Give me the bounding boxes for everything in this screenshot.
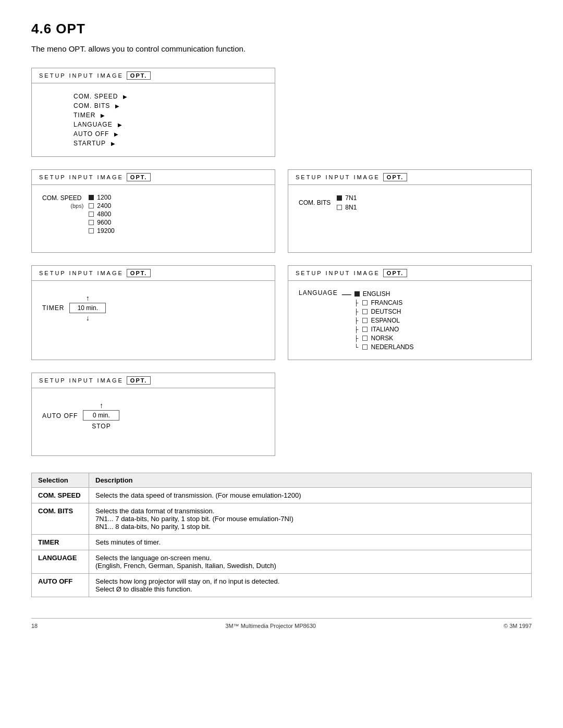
language-box: SETUP INPUT IMAGE OPT. LANGUAGE — ENGLIS…: [288, 265, 532, 360]
checkbox-empty-icon: [89, 228, 94, 233]
com-bits-label: COM. BITS: [299, 199, 331, 206]
menu-item-label: TIMER: [74, 112, 95, 119]
checkbox-empty-icon: [362, 344, 368, 350]
menu-item-label: COM. SPEED: [74, 93, 118, 100]
lang-value: DEUTSCH: [371, 308, 401, 315]
checkbox-empty-icon: [362, 327, 368, 332]
lang-branch-icon: ├: [354, 335, 359, 341]
com-speed-label: COM. SPEED: [42, 194, 81, 202]
list-item: STARTUP ▶: [74, 139, 264, 148]
checkbox-empty-icon: [362, 300, 368, 305]
lang-options-list: ENGLISH ├ FRANCAIS ├ DEUTSCH ├ ESPANOL: [354, 289, 414, 351]
list-item: 8N1: [337, 203, 357, 212]
com-bits-row: COM. BITS 7N1 8N1: [299, 193, 521, 212]
table-row: TIMER Sets minutes of timer.: [32, 535, 532, 550]
com-bits-box: SETUP INPUT IMAGE OPT. COM. BITS 7N1 8N1: [288, 169, 532, 253]
speed-value: 9600: [97, 219, 111, 226]
timer-header: SETUP INPUT IMAGE OPT.: [32, 266, 275, 281]
table-cell-selection: AUTO OFF: [32, 574, 89, 597]
language-header-tab: OPT.: [383, 269, 407, 277]
menu-item-label: STARTUP: [74, 140, 106, 147]
intro-text: The meno OPT. allows you to control comm…: [31, 44, 532, 53]
checkbox-filled-icon: [354, 291, 360, 297]
table-row: COM. BITS Selects the data format of tra…: [32, 503, 532, 535]
com-bits-header-prefix: SETUP INPUT IMAGE: [296, 174, 380, 180]
com-speed-header-tab: OPT.: [127, 173, 151, 181]
com-speed-header: SETUP INPUT IMAGE OPT.: [32, 170, 275, 185]
arrow-icon: ▶: [101, 113, 105, 118]
list-item: ├ DEUTSCH: [354, 307, 414, 316]
checkbox-empty-icon: [362, 318, 368, 323]
footer-center: 3M™ Multimedia Projector MP8630: [225, 623, 316, 629]
list-item: ├ ITALIANO: [354, 325, 414, 334]
table-cell-selection: COM. SPEED: [32, 488, 89, 503]
menu-header-tab: OPT.: [127, 71, 151, 80]
list-item: AUTO OFF ▶: [74, 129, 264, 139]
description-table: Selection Description COM. SPEED Selects…: [31, 473, 532, 597]
com-bits-header-tab: OPT.: [383, 173, 407, 181]
lang-value: NORSK: [371, 335, 393, 342]
main-opt-menu-box: SETUP INPUT IMAGE OPT. COM. SPEED ▶ COM.…: [31, 68, 275, 157]
lang-branch-icon: ├: [354, 300, 359, 306]
language-label: LANGUAGE: [299, 289, 338, 297]
table-cell-description: Sets minutes of timer.: [89, 535, 532, 550]
checkbox-empty-icon: [362, 309, 368, 314]
timer-label: TIMER: [42, 304, 64, 312]
language-header: SETUP INPUT IMAGE OPT.: [288, 266, 531, 281]
language-header-prefix: SETUP INPUT IMAGE: [296, 270, 380, 276]
arrow-icon: ▶: [123, 94, 128, 100]
menu-header-prefix: SETUP INPUT IMAGE: [39, 72, 124, 79]
auto-off-label: AUTO OFF: [42, 412, 78, 419]
arrow-icon: ▶: [118, 122, 123, 128]
list-item: 2400: [89, 202, 114, 210]
auto-off-control: ↑ 0 min. STOP: [83, 402, 119, 430]
list-item: ├ NORSK: [354, 334, 414, 342]
com-speed-header-prefix: SETUP INPUT IMAGE: [39, 174, 124, 180]
arrow-icon: ▶: [111, 141, 116, 146]
bits-value: 8N1: [345, 204, 357, 211]
list-item: 9600: [89, 218, 114, 227]
list-item: ├ ESPANOL: [354, 316, 414, 325]
list-item: └ NEDERLANDS: [354, 342, 414, 351]
footer-right: © 3M 1997: [504, 623, 532, 629]
checkbox-filled-icon: [89, 195, 94, 200]
timer-down-arrow: ↓: [86, 314, 90, 322]
lang-dash-icon: —: [342, 289, 351, 299]
page-number: 18: [31, 623, 38, 629]
auto-off-header-tab: OPT.: [127, 376, 151, 385]
speed-options-list: 1200 2400 4800 9600 19200: [89, 193, 114, 235]
table-row: LANGUAGE Selects the language on-screen …: [32, 550, 532, 574]
auto-off-header: SETUP INPUT IMAGE OPT.: [32, 373, 275, 388]
com-bits-header: SETUP INPUT IMAGE OPT.: [288, 170, 531, 185]
lang-value: ENGLISH: [363, 290, 390, 298]
auto-off-up-arrow: ↑: [100, 402, 103, 409]
timer-header-tab: OPT.: [127, 269, 151, 277]
auto-off-content: AUTO OFF ↑ 0 min. STOP: [32, 388, 275, 443]
timer-box: SETUP INPUT IMAGE OPT. TIMER ↑ 10 min. ↓: [31, 265, 275, 360]
list-item: 7N1: [337, 193, 357, 203]
list-item: COM. BITS ▶: [74, 101, 264, 110]
arrow-icon: ▶: [115, 103, 120, 109]
page-footer: 18 3M™ Multimedia Projector MP8630 © 3M …: [31, 618, 532, 629]
page-title: 4.6 OPT: [31, 21, 532, 37]
menu-item-label: AUTO OFF: [74, 130, 109, 138]
speed-value: 19200: [97, 227, 114, 235]
lang-value: ESPANOL: [371, 317, 400, 324]
list-item: TIMER ▶: [74, 110, 264, 120]
language-content: LANGUAGE — ENGLISH ├ FRANCAIS ├ DEUTSCH: [288, 281, 531, 360]
table-cell-selection: TIMER: [32, 535, 89, 550]
speed-value: 1200: [97, 194, 111, 201]
lang-branch-icon: ├: [354, 317, 359, 324]
checkbox-empty-icon: [337, 205, 342, 210]
checkbox-filled-icon: [337, 195, 342, 201]
list-item: ENGLISH: [354, 289, 414, 298]
list-item: COM. SPEED ▶: [74, 92, 264, 101]
table-header-selection: Selection: [32, 473, 89, 488]
timer-up-arrow: ↑: [86, 294, 90, 302]
list-item: 19200: [89, 227, 114, 235]
list-item: 1200: [89, 193, 114, 202]
menu-item-label: COM. BITS: [74, 102, 110, 109]
auto-off-value: 0 min.: [83, 410, 119, 421]
table-row: COM. SPEED Selects the data speed of tra…: [32, 488, 532, 503]
table-cell-description: Selects the data format of transmission.…: [89, 503, 532, 535]
